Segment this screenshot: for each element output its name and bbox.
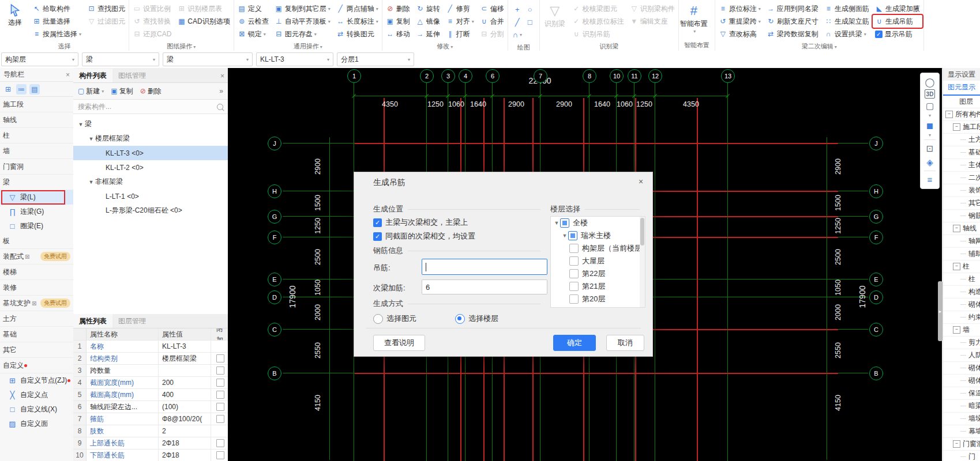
ribbon-item-延伸[interactable]: →延伸	[414, 28, 442, 40]
sidebar-item-板[interactable]: 板	[0, 233, 73, 249]
component-tree-item[interactable]: ▼非框架梁	[73, 175, 228, 189]
ribbon-item-重提梁跨[interactable]: ↺重提梁跨▾	[716, 15, 763, 28]
layer-tree-item-辅助[interactable]: 辅助	[943, 248, 980, 260]
ribbon-item-偏移[interactable]: ⊂偏移	[478, 2, 506, 15]
draw-tool-point-icon[interactable]: +	[511, 3, 524, 16]
sidebar-item-墙[interactable]: 墙	[0, 143, 73, 159]
ribbon-item-校核梁图元[interactable]: ✓校核梁图元	[570, 2, 626, 15]
checkbox-empty-icon[interactable]	[569, 269, 579, 278]
big-button-智能布置[interactable]: #智能布置▾	[679, 1, 708, 34]
ribbon-item-识别梁构件[interactable]: ▽识别梁构件	[628, 2, 677, 15]
attach-checkbox[interactable]	[216, 415, 224, 423]
draw-tool-line-icon[interactable]: ╱	[511, 16, 524, 28]
ribbon-item-刷新支座尺寸[interactable]: ↻刷新支座尺寸	[764, 15, 821, 28]
close-icon[interactable]: ×	[66, 71, 70, 79]
layer-tree-item-门[interactable]: 门	[943, 451, 980, 461]
layer-tree-item-门窗洞[interactable]: −门窗洞	[943, 438, 980, 451]
ribbon-item-打断[interactable]: ∥打断	[444, 28, 476, 40]
ok-button[interactable]: 确定	[553, 335, 596, 351]
floor-item-第20层[interactable]: 第20层	[551, 293, 645, 305]
layer-tree-item-钢筋[interactable]: 钢筋	[943, 210, 980, 222]
ribbon-item-自动平齐顶板[interactable]: ⊥自动平齐顶板▾	[272, 15, 333, 28]
ribbon-group-label-梁二次编辑[interactable]: 梁二次编辑▾	[716, 42, 923, 51]
view-3d-icon[interactable]: 3D	[925, 89, 935, 99]
tree-collapse-icon[interactable]: −	[953, 123, 960, 131]
attach-checkbox[interactable]	[216, 403, 224, 411]
floor-item-第22层[interactable]: 第22层	[551, 267, 645, 280]
draw-tool-circle-icon[interactable]: ○	[524, 3, 536, 16]
property-name[interactable]: 上部通长筋	[87, 437, 159, 449]
tree-collapse-icon[interactable]: −	[953, 326, 960, 334]
ribbon-item-转换图元[interactable]: ⇄转换图元	[334, 28, 381, 40]
ribbon-item-编辑支座[interactable]: ▼编辑支座	[628, 15, 677, 28]
tab-图纸管理[interactable]: 图纸管理	[112, 69, 152, 82]
ribbon-item-合并[interactable]: ∪合并	[478, 15, 506, 28]
sidebar-item-基础[interactable]: 基础	[0, 327, 73, 342]
toolbar-button-新建[interactable]: ▢新建▾	[78, 86, 104, 96]
ribbon-item-图元存盘[interactable]: ⊟图元存盘▾	[272, 28, 333, 40]
layer-tree-item-约束[interactable]: 约束	[943, 311, 980, 324]
ribbon-item-原位标注[interactable]: ≡原位标注▾	[716, 2, 763, 15]
component-tree-item[interactable]: KL-LT-2 <0>	[73, 160, 228, 175]
layer-tree-item-其它[interactable]: 其它	[943, 197, 980, 210]
property-name[interactable]: 下部通长筋	[87, 449, 159, 461]
sidebar-item-装配式[interactable]: 装配式⊠免费试用	[0, 249, 73, 264]
orbit-icon[interactable]: ◯	[923, 75, 937, 89]
sidebar-item-门窗洞[interactable]: 门窗洞	[0, 159, 73, 175]
ribbon-item-过滤图元[interactable]: ▽过滤图元	[85, 15, 127, 28]
layer-tree-item-土方[interactable]: 土方	[943, 134, 980, 146]
toolbar-button-复制[interactable]: ▣复制	[111, 86, 133, 96]
ribbon-item-CAD识别选项[interactable]: ▦CAD识别选项	[175, 15, 232, 28]
ribbon-item-还原CAD[interactable]: ⊟还原CAD	[130, 28, 174, 40]
sidebar-item-自定义[interactable]: 自定义	[0, 358, 73, 373]
ribbon-item-识别楼层表[interactable]: ⊞识别楼层表	[175, 2, 232, 15]
dropdown-2[interactable]: 梁▾	[82, 52, 159, 66]
ribbon-item-复制到其它层[interactable]: ▣复制到其它层▾	[272, 2, 333, 15]
toolbar-button-删除[interactable]: ⊘删除	[140, 86, 162, 96]
layer-tree-item-轴网[interactable]: 轴网	[943, 235, 980, 248]
tree-collapse-icon[interactable]: ▼	[87, 179, 95, 185]
checkbox-主梁与次梁相交，主梁上[interactable]: ✓主梁与次梁相交，主梁上	[373, 217, 468, 228]
close-icon[interactable]: ×	[220, 72, 228, 80]
ribbon-item-查找图元[interactable]: ⊡查找图元	[85, 2, 127, 15]
ribbon-item-查改标高[interactable]: ▽查改标高	[716, 28, 763, 40]
component-tree-item[interactable]: KL-LT-3 <0>	[73, 146, 228, 160]
sidebar-item-自定义面[interactable]: ▨自定义面	[0, 417, 73, 431]
checkbox-empty-icon[interactable]	[569, 256, 579, 266]
ribbon-item-查找替换[interactable]: ↺查找替换	[130, 15, 174, 28]
view-iso-blue-icon[interactable]: ◼	[923, 119, 937, 132]
checkbox-checked-icon[interactable]: ✓	[373, 218, 382, 227]
checkbox-partial-icon[interactable]	[568, 231, 577, 240]
ribbon-group-label-修改[interactable]: 修改▾	[383, 42, 507, 51]
layer-tree-item-构造[interactable]: 构造	[943, 286, 980, 298]
caret-down-icon[interactable]: ▾	[923, 133, 937, 138]
ribbon-item-生成吊筋[interactable]: ∪生成吊筋	[873, 15, 922, 28]
property-name[interactable]: 截面高度(mm)	[87, 389, 159, 400]
ribbon-item-长度标注[interactable]: ↔长度标注▾	[334, 15, 381, 28]
draw-tool-arc-icon[interactable]: ∩▾	[511, 28, 524, 41]
property-name[interactable]: 跨数量	[87, 365, 159, 376]
layer-tree-item-柱[interactable]: 柱	[943, 273, 980, 286]
component-tree-item[interactable]: L-异形梁-C20细石砼 <0>	[73, 203, 228, 218]
display-settings-icon[interactable]: ≡	[923, 173, 937, 186]
search-icon[interactable]	[217, 104, 223, 110]
property-value[interactable]: 400	[159, 389, 211, 400]
sidebar-item-圈梁(E)[interactable]: □圈梁(E)	[0, 219, 73, 233]
tab-图层管理[interactable]: 图层管理	[112, 314, 152, 328]
secondary-rebar-input[interactable]: 6	[422, 279, 547, 294]
radio-选择图元[interactable]: 选择图元	[373, 313, 416, 324]
ribbon-item-分割[interactable]: ⊟分割	[478, 28, 506, 40]
layer-tree-item-保温[interactable]: 保温	[943, 387, 980, 400]
ribbon-group-label-图纸操作[interactable]: 图纸操作▾	[130, 42, 233, 51]
caret-down-icon[interactable]: ▾	[923, 113, 937, 118]
floor-item-瑞米主楼[interactable]: ▼瑞米主楼	[551, 229, 645, 242]
layer-tree-item-幕墙[interactable]: 幕墙	[943, 425, 980, 438]
ribbon-item-镜像[interactable]: △镜像	[414, 15, 442, 28]
tab-element-display[interactable]: 图元显示	[943, 80, 980, 96]
attach-checkbox[interactable]	[216, 451, 224, 459]
floor-item-大屋层[interactable]: 大屋层	[551, 255, 645, 267]
checkbox-empty-icon[interactable]	[569, 294, 579, 304]
checkbox-同截面的次梁相交，均设置[interactable]: ✓同截面的次梁相交，均设置	[373, 231, 475, 241]
big-button-识别梁[interactable]: ▽识别梁	[540, 1, 569, 29]
tree-collapse-icon[interactable]: −	[953, 440, 960, 448]
